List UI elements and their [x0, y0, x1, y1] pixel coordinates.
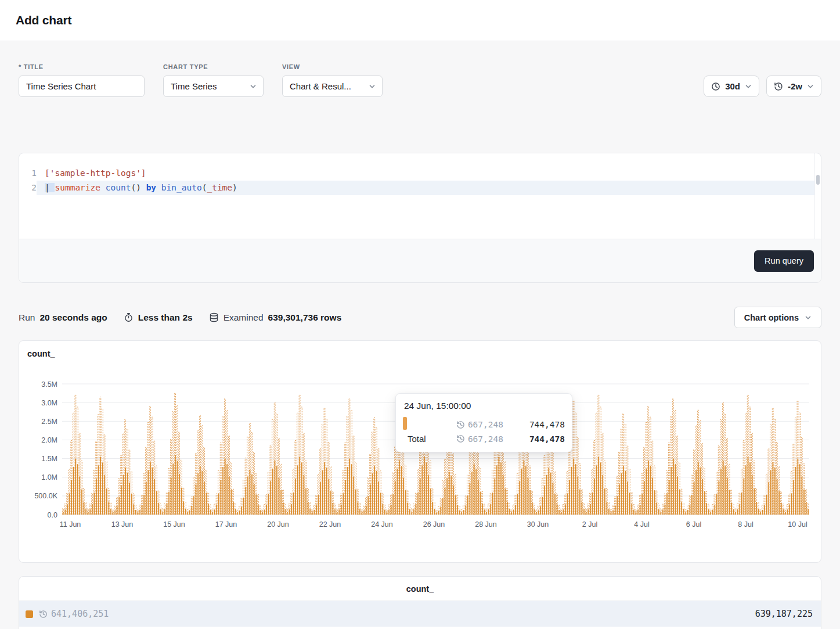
chart-config-form: * TITLE CHART TYPE Time Series VIEW Char…	[19, 41, 821, 97]
chart-panel: count_ 0.0500.0K1.0M1.5M2.0M2.5M3.0M3.5M…	[19, 340, 821, 563]
tooltip-title: 24 Jun, 15:00:00	[403, 401, 565, 411]
history-icon	[456, 420, 465, 429]
title-input[interactable]	[19, 76, 145, 97]
tooltip-total-prev-value: 667,248	[468, 434, 503, 444]
compare-value: -2w	[788, 81, 802, 91]
clock-icon	[711, 82, 720, 91]
table-header-label: count_	[406, 584, 434, 594]
database-icon	[209, 312, 219, 322]
svg-text:28 Jun: 28 Jun	[475, 520, 497, 529]
scrollbar-thumb[interactable]	[816, 175, 820, 185]
svg-text:0.0: 0.0	[48, 511, 57, 519]
page-header: Add chart	[0, 0, 840, 41]
time-range-value: 30d	[725, 81, 740, 91]
chevron-down-icon	[807, 83, 814, 90]
svg-text:30 Jun: 30 Jun	[527, 520, 549, 529]
code-line-text: ['sample-http-logs']	[37, 166, 814, 181]
tooltip-series-prev-value: 667,248	[468, 420, 503, 429]
history-icon	[39, 610, 48, 619]
svg-text:1.5M: 1.5M	[41, 455, 57, 463]
code-area[interactable]: 1['sample-http-logs']2| summarize count(…	[19, 153, 821, 239]
series-swatch	[26, 610, 33, 618]
page-title: Add chart	[16, 13, 71, 27]
duration-status: Less than 2s	[124, 312, 193, 323]
view-select[interactable]: Chart & Resul...	[282, 76, 383, 97]
field-chart-type: CHART TYPE Time Series	[163, 63, 264, 97]
title-label: * TITLE	[19, 63, 145, 70]
table-header: count_	[19, 577, 821, 601]
chevron-down-icon	[369, 83, 376, 90]
code-line[interactable]: 1['sample-http-logs']	[19, 166, 821, 181]
chevron-down-icon	[745, 83, 752, 90]
examined-prefix: Examined	[223, 312, 264, 323]
field-view: VIEW Chart & Resul...	[282, 63, 383, 97]
svg-text:3.5M: 3.5M	[41, 380, 57, 389]
svg-text:20 Jun: 20 Jun	[267, 520, 289, 529]
svg-text:11 Jun: 11 Jun	[60, 520, 81, 529]
svg-text:24 Jun: 24 Jun	[371, 520, 393, 529]
svg-text:4 Jul: 4 Jul	[634, 520, 649, 529]
svg-text:2.5M: 2.5M	[41, 418, 57, 426]
chart-tooltip: 24 Jun, 15:00:00 667,248 744,478 Total	[395, 393, 572, 452]
table-row[interactable]: 641,406,251 639,187,225	[19, 601, 821, 627]
add-chart-panel: * TITLE CHART TYPE Time Series VIEW Char…	[0, 41, 840, 629]
chart-type-label: CHART TYPE	[163, 63, 264, 70]
tooltip-total-row: Total 667,248 744,478	[403, 432, 565, 446]
chart-options-label: Chart options	[744, 313, 799, 322]
query-footer: Run query	[19, 239, 821, 282]
tooltip-series-prev: 667,248	[434, 420, 503, 429]
tooltip-series-curr-value: 744,478	[503, 420, 565, 429]
duration-text: Less than 2s	[138, 312, 193, 323]
prev-total-cell: 641,406,251	[39, 609, 109, 619]
tooltip-series-swatch	[403, 417, 407, 430]
svg-text:3.0M: 3.0M	[41, 399, 57, 407]
chevron-down-icon	[805, 314, 812, 321]
query-status-bar: Run 20 seconds ago Less than 2s Examined…	[19, 307, 821, 328]
svg-text:17 Jun: 17 Jun	[215, 520, 237, 529]
svg-text:26 Jun: 26 Jun	[423, 520, 445, 529]
code-line-text: | summarize count() by bin_auto(_time)	[37, 181, 814, 195]
code-line[interactable]: 2| summarize count() by bin_auto(_time)	[19, 181, 821, 195]
history-icon	[774, 82, 783, 91]
chart-options-button[interactable]: Chart options	[734, 307, 821, 328]
code-lines: 1['sample-http-logs']2| summarize count(…	[19, 166, 821, 195]
chart-type-value: Time Series	[171, 81, 217, 91]
run-query-button[interactable]: Run query	[754, 250, 814, 272]
chart-title: count_	[27, 349, 821, 358]
examined-count: 639,301,736 rows	[268, 312, 342, 323]
svg-text:10 Jul: 10 Jul	[788, 520, 807, 529]
line-number: 2	[19, 181, 37, 195]
examined-status: Examined 639,301,736 rows	[209, 312, 342, 323]
tooltip-series-row: 667,248 744,478	[403, 417, 565, 432]
svg-text:500.0K: 500.0K	[34, 492, 57, 500]
svg-text:22 Jun: 22 Jun	[319, 520, 341, 529]
run-time: 20 seconds ago	[39, 312, 107, 323]
stopwatch-icon	[124, 312, 134, 322]
time-controls: 30d -2w	[704, 76, 821, 97]
run-prefix: Run	[19, 312, 35, 323]
total-value: 639,187,225	[755, 609, 813, 619]
field-title: * TITLE	[19, 63, 145, 97]
view-value: Chart & Resul...	[290, 81, 351, 91]
svg-text:2 Jul: 2 Jul	[582, 520, 597, 529]
chevron-down-icon	[250, 83, 257, 90]
svg-text:13 Jun: 13 Jun	[111, 520, 134, 529]
svg-text:8 Jul: 8 Jul	[738, 520, 753, 529]
svg-text:1.0M: 1.0M	[41, 473, 57, 481]
svg-text:2.0M: 2.0M	[41, 436, 57, 444]
chart-type-select[interactable]: Time Series	[163, 76, 264, 97]
run-status-text: Run 20 seconds ago	[19, 312, 107, 323]
query-editor: 1['sample-http-logs']2| summarize count(…	[19, 153, 821, 283]
svg-text:15 Jun: 15 Jun	[163, 520, 185, 529]
svg-text:6 Jul: 6 Jul	[686, 520, 701, 529]
time-range-button[interactable]: 30d	[704, 76, 759, 97]
tooltip-total-prev: 667,248	[434, 434, 503, 444]
tooltip-total-label: Total	[403, 434, 434, 444]
compare-against-button[interactable]: -2w	[766, 76, 821, 97]
results-table: count_ 641,406,251 639,187,225	[19, 576, 821, 629]
editor-scrollbar[interactable]	[814, 153, 821, 239]
prev-total-value: 641,406,251	[51, 609, 109, 619]
view-label: VIEW	[282, 63, 383, 70]
line-number: 1	[19, 166, 37, 181]
history-icon	[456, 434, 465, 443]
